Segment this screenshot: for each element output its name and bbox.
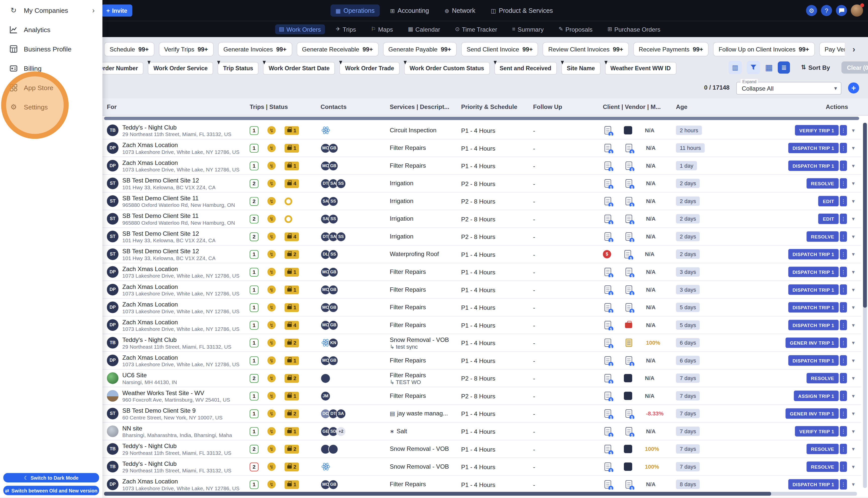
column-header-for[interactable]: For xyxy=(107,103,250,110)
trip-status-icon[interactable]: ↯ xyxy=(268,144,276,152)
trip-status-icon[interactable]: ↯ xyxy=(268,285,276,294)
trip-count-badge[interactable]: 1 xyxy=(250,126,258,134)
row-action-button-dispatch-trip-1[interactable]: DISPATCH TRIP 1 xyxy=(788,160,839,171)
trip-count-badge[interactable]: 1 xyxy=(250,267,258,276)
bulk-action-chip-generate-receivable[interactable]: Generate Receivable99+ xyxy=(296,42,378,56)
trip-status-icon[interactable]: ↯ xyxy=(268,268,276,276)
contact-avatar[interactable]: JM xyxy=(321,391,331,401)
doc-dollar-icon[interactable]: $ xyxy=(603,196,612,206)
pending-status-ring-icon[interactable] xyxy=(285,197,292,205)
row-action-button-dispatch-trip-1[interactable]: DISPATCH TRIP 1 xyxy=(788,355,839,366)
row-menu-kebab-icon[interactable]: ⋮ xyxy=(840,337,847,348)
doc-dollar-icon[interactable]: $ xyxy=(624,302,633,313)
filter-button[interactable] xyxy=(747,61,760,74)
doc-dollar-icon[interactable]: $ xyxy=(603,285,612,295)
row-action-button-dispatch-trip-1[interactable]: DISPATCH TRIP 1 xyxy=(788,266,839,277)
trip-count-badge[interactable]: 1 xyxy=(250,409,258,418)
tab-proposals[interactable]: ✎Proposals xyxy=(555,24,596,34)
switch-between-old-and-new-version-button[interactable]: ⇄Switch between Old and New version xyxy=(3,486,99,495)
row-action-button-dispatch-trip-1[interactable]: DISPATCH TRIP 1 xyxy=(788,143,839,153)
work-order-count-badge[interactable]: 1 xyxy=(285,126,299,134)
trip-count-badge[interactable]: 1 xyxy=(250,338,258,347)
work-order-count-badge[interactable]: 1 xyxy=(285,303,299,312)
doc-dollar-icon[interactable]: $ xyxy=(603,125,612,135)
add-work-order-button[interactable]: + xyxy=(848,82,859,93)
row-expand-caret-icon[interactable]: ▾ xyxy=(852,233,855,239)
row-menu-kebab-icon[interactable]: ⋮ xyxy=(840,266,847,277)
trip-count-badge[interactable]: 1 xyxy=(250,303,258,312)
trip-status-icon[interactable]: ↯ xyxy=(268,339,276,347)
filter-chip-work-order-custom-status[interactable]: Work Order Custom Status xyxy=(404,62,490,75)
contact-avatar[interactable]: SS xyxy=(336,232,346,241)
dark-square-icon[interactable] xyxy=(624,445,632,453)
work-order-count-badge[interactable]: 2 xyxy=(285,338,299,347)
row-action-button-dispatch-trip-1[interactable]: DISPATCH TRIP 1 xyxy=(788,284,839,295)
table-row[interactable]: STSB Test Demo Client Site 11965880 Oxfo… xyxy=(103,193,861,210)
doc-dollar-icon[interactable]: $ xyxy=(623,249,632,259)
row-expand-caret-icon[interactable]: ▾ xyxy=(852,304,855,310)
vertical-scrollbar[interactable] xyxy=(863,123,867,488)
sidebar-item-billing[interactable]: Billing xyxy=(0,59,103,78)
row-expand-caret-icon[interactable]: ▾ xyxy=(852,145,855,151)
row-action-button-dispatch-trip-1[interactable]: DISPATCH TRIP 1 xyxy=(788,320,839,330)
contact-avatar[interactable]: GB xyxy=(328,285,338,295)
row-menu-kebab-icon[interactable]: ⋮ xyxy=(840,178,847,189)
work-order-count-badge[interactable]: 4 xyxy=(285,320,299,329)
bulk-action-chip-send-client-invoice[interactable]: Send Client Invoice99+ xyxy=(461,42,538,56)
table-row[interactable]: DPZach Xmas Location1073 Lakeshore Drive… xyxy=(103,157,861,175)
contact-avatar[interactable]: GB xyxy=(328,267,338,277)
top-menu-product-services[interactable]: ◫Product & Services xyxy=(486,4,558,16)
row-expand-caret-icon[interactable]: ▾ xyxy=(852,428,855,434)
table-row[interactable]: DPZach Xmas Location1073 Lakeshore Drive… xyxy=(103,139,861,157)
bulk-action-chip-review-client-invoices[interactable]: Review Client Invoices99+ xyxy=(543,42,629,56)
card-view-button[interactable]: ▥ xyxy=(729,61,742,74)
column-header-services-descript[interactable]: Services | Descript... xyxy=(390,103,461,110)
horizontal-scrollbar-bottom[interactable] xyxy=(104,492,857,496)
table-row[interactable]: DPZach Xmas Location1073 Lakeshore Drive… xyxy=(103,299,861,316)
doc-dollar-icon[interactable]: $ xyxy=(603,179,612,188)
tab-trips[interactable]: ✈Trips xyxy=(332,24,360,34)
doc-dollar-icon[interactable]: $ xyxy=(624,232,633,241)
doc-dollar-icon[interactable]: $ xyxy=(624,214,633,224)
row-action-button-resolve[interactable]: RESOLVE xyxy=(806,373,839,383)
tab-maps[interactable]: ⚐Maps xyxy=(367,24,397,34)
red-moneybag-icon[interactable]: $ xyxy=(603,250,611,258)
work-order-count-badge[interactable]: 1 xyxy=(285,480,299,489)
contact-avatar[interactable]: SS xyxy=(328,196,338,206)
dark-square-icon[interactable] xyxy=(624,463,632,471)
row-expand-caret-icon[interactable]: ▾ xyxy=(852,269,855,275)
doc-dollar-icon[interactable]: $ xyxy=(624,267,633,277)
tab-summary[interactable]: ≡Summary xyxy=(508,24,547,34)
collapse-all-dropdown[interactable]: Expand Collapse All ▾ xyxy=(736,82,841,95)
horizontal-scrollbar-thumb[interactable] xyxy=(104,492,771,496)
row-menu-kebab-icon[interactable]: ⋮ xyxy=(840,391,847,401)
row-menu-kebab-icon[interactable]: ⋮ xyxy=(840,426,847,436)
clear-filters-button[interactable]: Clear (0) xyxy=(841,62,868,74)
contact-avatar[interactable]: GB xyxy=(328,143,338,153)
table-row[interactable]: DPZach Xmas Location1073 Lakeshore Drive… xyxy=(103,352,861,370)
row-expand-caret-icon[interactable]: ▾ xyxy=(852,181,855,186)
row-action-button-resolve[interactable]: RESOLVE xyxy=(806,444,839,454)
work-order-count-badge[interactable]: 1 xyxy=(285,356,299,365)
invite-button[interactable]: + Invite xyxy=(101,4,132,16)
tab-calendar[interactable]: ▦Calendar xyxy=(404,24,444,34)
work-order-count-badge[interactable]: 4 xyxy=(285,179,299,188)
trip-count-badge[interactable]: 1 xyxy=(250,250,258,259)
table-row[interactable]: TBTeddy's - Night Club29 Northeast 11th … xyxy=(103,440,861,458)
trip-count-badge[interactable]: 2 xyxy=(250,374,258,382)
doc-dollar-icon[interactable]: $ xyxy=(603,373,612,383)
work-order-count-badge[interactable]: 2 xyxy=(285,374,299,382)
red-briefcase-icon[interactable] xyxy=(624,320,633,330)
row-action-button-resolve[interactable]: RESOLVE xyxy=(806,231,839,242)
dark-square-icon[interactable] xyxy=(624,374,632,382)
trip-count-badge[interactable]: 2 xyxy=(250,462,258,471)
row-action-button-edit[interactable]: EDIT xyxy=(818,214,839,224)
row-expand-caret-icon[interactable]: ▾ xyxy=(852,410,855,416)
switch-to-dark-mode-button[interactable]: ☾Switch to Dark Mode xyxy=(3,473,99,482)
row-expand-caret-icon[interactable]: ▾ xyxy=(852,163,855,169)
row-expand-caret-icon[interactable]: ▾ xyxy=(852,216,855,222)
row-menu-kebab-icon[interactable]: ⋮ xyxy=(840,320,847,330)
table-row[interactable]: DPZach Xmas Location1073 Lakeshore Drive… xyxy=(103,281,861,299)
table-row[interactable]: STSB Test Demo Client Site 12101 Hwy 33,… xyxy=(103,175,861,193)
tan-doc-icon[interactable] xyxy=(624,338,633,348)
